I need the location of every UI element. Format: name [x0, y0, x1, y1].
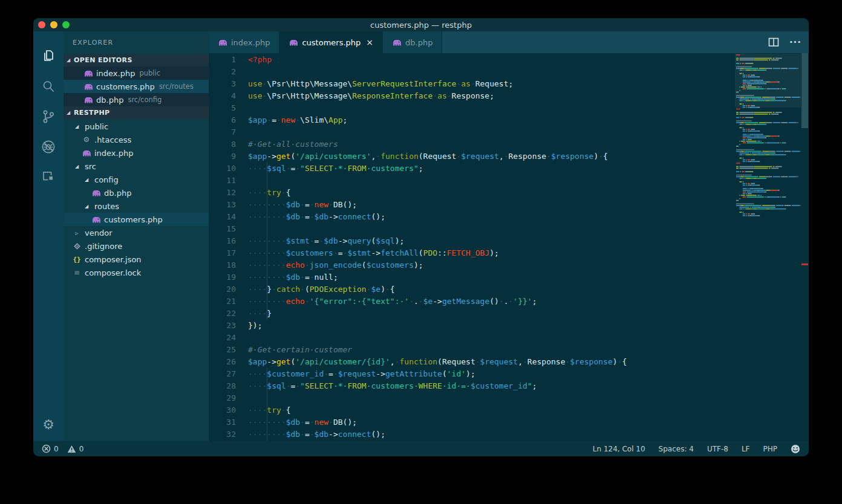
activitybar-item-extensions[interactable]: [33, 163, 64, 191]
tree-item-vendor[interactable]: ▹vendor: [64, 226, 209, 239]
code-line[interactable]: 20····}·catch·(PDOException·$e)·{: [209, 283, 735, 296]
tree-item-composer.lock[interactable]: ≡composer.lock: [64, 266, 209, 279]
line-number[interactable]: 11: [209, 175, 236, 187]
line-number[interactable]: 26: [209, 356, 236, 368]
line-number[interactable]: 8: [209, 138, 236, 150]
line-number[interactable]: 23: [209, 320, 236, 332]
code-line[interactable]: 29: [209, 392, 735, 404]
section-header-open-editors[interactable]: ◢OPEN EDITORS: [64, 54, 209, 66]
status-errors[interactable]: 0: [42, 444, 59, 453]
line-number[interactable]: 13: [209, 199, 236, 211]
code-line[interactable]: 6$app·=·new·\Slim\App;: [209, 114, 735, 126]
code-line[interactable]: 14········$db·=·$db->connect();: [209, 211, 735, 223]
code-line[interactable]: 23});: [209, 320, 735, 332]
line-number[interactable]: 25: [209, 344, 236, 356]
code-line[interactable]: 17········$customers·=·$stmt->fetchAll(P…: [209, 247, 735, 259]
code-line[interactable]: 13········$db·=·new·DB();: [209, 199, 735, 211]
code-line[interactable]: 15: [209, 223, 735, 235]
line-number[interactable]: 3: [209, 78, 236, 90]
tree-item-src[interactable]: ◢src: [64, 160, 209, 173]
code-line[interactable]: 3use·\Psr\Http\Message\ServerRequestInte…: [209, 78, 735, 90]
code-line[interactable]: 10····$sql·=·"SELECT·*·FROM·customers";: [209, 163, 735, 175]
line-number[interactable]: 20: [209, 283, 236, 296]
line-number[interactable]: 24: [209, 332, 236, 344]
tree-item-routes[interactable]: ◢routes: [64, 199, 209, 213]
status-indentation[interactable]: Spaces: 4: [659, 445, 694, 453]
section-header-restphp[interactable]: ◢RESTPHP: [64, 106, 209, 119]
code-line[interactable]: 25#·Get·certain·customer: [209, 344, 735, 356]
activitybar-item-explorer[interactable]: [33, 42, 64, 70]
line-number[interactable]: 30: [209, 404, 236, 416]
line-number[interactable]: 19: [209, 271, 236, 283]
minimize-window-button[interactable]: [50, 21, 57, 28]
tab-db.php[interactable]: db.php: [383, 31, 442, 53]
code-line[interactable]: 26$app->get('/api/customer/{id}',·functi…: [209, 356, 735, 368]
scrollbar-slider[interactable]: [801, 53, 808, 128]
line-number[interactable]: 31: [209, 416, 236, 428]
editor-area[interactable]: 1<?php23use·\Psr\Http\Message\ServerRequ…: [209, 53, 809, 441]
status-cursor-position[interactable]: Ln 124, Col 10: [593, 445, 645, 453]
code-line[interactable]: 11: [209, 175, 735, 187]
code-line[interactable]: 24: [209, 332, 735, 344]
close-window-button[interactable]: [38, 21, 45, 28]
line-number[interactable]: 4: [209, 90, 236, 102]
code-line[interactable]: 9$app->get('/api/customers',·function(Re…: [209, 150, 735, 163]
activitybar-item-search[interactable]: [33, 73, 64, 100]
code-line[interactable]: 27····$customer_id·=·$request->getAttrib…: [209, 368, 735, 380]
tree-item-.htaccess[interactable]: ⚙.htaccess: [64, 133, 209, 146]
code-line[interactable]: 19········$db·=·null;: [209, 271, 735, 283]
code-line[interactable]: 16········$stmt·=·$db->query($sql);: [209, 235, 735, 247]
tree-item-db.php[interactable]: db.php: [64, 186, 209, 199]
line-number[interactable]: 6: [209, 114, 236, 126]
line-number[interactable]: 2: [209, 66, 236, 78]
open-editor-index.php[interactable]: index.phppublic: [64, 66, 209, 80]
code-line[interactable]: 8#·Get·all·customers: [209, 138, 735, 150]
tree-item-public[interactable]: ◢public: [64, 120, 209, 133]
code-line[interactable]: 28····$sql·=·"SELECT·*·FROM·customers·WH…: [209, 380, 735, 392]
tab-customers.php[interactable]: customers.php×: [279, 31, 383, 53]
split-editor-button[interactable]: [768, 37, 779, 47]
line-number[interactable]: 18: [209, 259, 236, 271]
line-number[interactable]: 17: [209, 247, 236, 259]
settings-gear-icon[interactable]: ⚙: [33, 412, 64, 436]
line-number[interactable]: 9: [209, 150, 236, 163]
code-line[interactable]: 5: [209, 102, 735, 114]
minimap[interactable]: [735, 53, 801, 441]
line-number[interactable]: 12: [209, 187, 236, 199]
code-line[interactable]: 12····try·{: [209, 187, 735, 199]
status-warnings[interactable]: 0: [67, 445, 84, 453]
tab-index.php[interactable]: index.php: [209, 31, 279, 53]
line-number[interactable]: 1: [209, 54, 236, 66]
code-line[interactable]: 22····}: [209, 308, 735, 320]
more-actions-button[interactable]: ···: [789, 37, 801, 48]
minimap-viewport[interactable]: [735, 54, 801, 108]
status-feedback[interactable]: [791, 444, 800, 454]
activitybar-item-debug[interactable]: [33, 133, 64, 161]
code-line[interactable]: 21········echo·'{"error":·{"text":·'·.·$…: [209, 296, 735, 308]
code-viewport[interactable]: 1<?php23use·\Psr\Http\Message\ServerRequ…: [209, 54, 735, 441]
status-eol[interactable]: LF: [742, 445, 750, 453]
tree-item-.gitignore[interactable]: .gitignore: [64, 239, 209, 253]
line-number[interactable]: 22: [209, 308, 236, 320]
status-language-mode[interactable]: PHP: [763, 445, 778, 453]
line-number[interactable]: 7: [209, 126, 236, 138]
tree-item-composer.json[interactable]: {}composer.json: [64, 253, 209, 266]
code-line[interactable]: 1<?php: [209, 54, 735, 66]
line-number[interactable]: 29: [209, 392, 236, 404]
tree-item-index.php[interactable]: index.php: [64, 146, 209, 160]
line-number[interactable]: 32: [209, 428, 236, 441]
code-line[interactable]: 31········$db·=·new·DB();: [209, 416, 735, 428]
line-number[interactable]: 15: [209, 223, 236, 235]
editor-scrollbar[interactable]: [801, 53, 809, 441]
status-encoding[interactable]: UTF-8: [707, 445, 728, 453]
line-number[interactable]: 21: [209, 296, 236, 308]
code-line[interactable]: 4use·\Psr\Http\Message\ResponseInterface…: [209, 90, 735, 102]
code-line[interactable]: 30····try·{: [209, 404, 735, 416]
code-line[interactable]: 32········$db·=·$db->connect();: [209, 428, 735, 441]
tree-item-customers.php[interactable]: customers.php: [64, 213, 209, 226]
line-number[interactable]: 14: [209, 211, 236, 223]
line-number[interactable]: 5: [209, 102, 236, 114]
open-editor-customers.php[interactable]: customers.phpsrc/routes: [64, 80, 209, 93]
line-number[interactable]: 10: [209, 163, 236, 175]
line-number[interactable]: 27: [209, 368, 236, 380]
